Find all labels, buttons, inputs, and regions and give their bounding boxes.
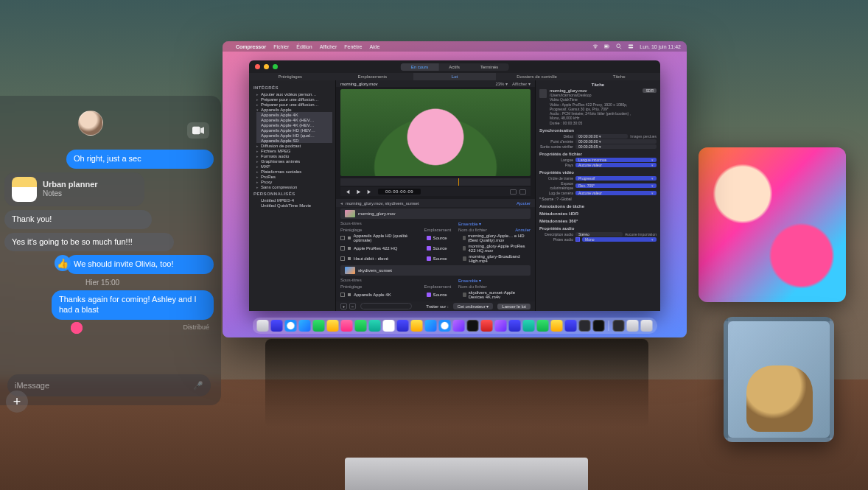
subtab-presets[interactable]: Préréglages: [249, 73, 332, 80]
new-message-button[interactable]: +: [6, 391, 28, 413]
dropdown[interactable]: Stéréo: [575, 232, 623, 237]
sidebar-item[interactable]: Appareils Apple 4K (HEV…: [256, 122, 332, 127]
dropdown[interactable]: Rec. 709*▾: [575, 183, 657, 188]
prev-frame-icon[interactable]: [345, 189, 350, 195]
dock-app[interactable]: [271, 320, 283, 332]
sidebar-item[interactable]: Fichiers MPEG: [256, 148, 332, 153]
preview-viewport[interactable]: [340, 89, 531, 176]
scope-mode-icon[interactable]: [519, 189, 526, 195]
sidebar-item[interactable]: Ajouter aux vidéos person…: [256, 91, 332, 97]
dock-app-pages[interactable]: [565, 320, 577, 332]
sidebar-item[interactable]: Diffusion de podcast: [256, 143, 332, 148]
subtab-task[interactable]: Tâche: [578, 73, 660, 80]
batch-add-link[interactable]: Ajouter: [517, 201, 531, 206]
batch-job-row[interactable]: Appareils Apple HD (qualité optimale) So…: [336, 233, 535, 243]
dock-app-numbers[interactable]: [537, 320, 549, 332]
batch-job-row[interactable]: Haut débit - élevé Source morning_glory-…: [336, 253, 535, 264]
batch-job-row[interactable]: Apple ProRes 422 HQ Source morning_glory…: [336, 243, 535, 253]
batch-crumb[interactable]: morning_glory.mov, skydivers_sunset: [346, 201, 419, 206]
timeline[interactable]: [340, 178, 531, 186]
subtab-locations[interactable]: Emplacements: [332, 73, 414, 80]
minimize-button[interactable]: [264, 64, 269, 69]
menu-item[interactable]: Fenêtre: [344, 44, 362, 49]
dock-app-facetime[interactable]: [355, 320, 367, 332]
dock[interactable]: [253, 318, 657, 334]
dictation-icon[interactable]: 🎤: [193, 381, 203, 391]
messages-window[interactable]: Oh right, just a sec Urban planner Notes…: [0, 96, 221, 405]
dock-app-compressor[interactable]: [593, 320, 605, 332]
sidebar-item[interactable]: Appareils Apple 4K: [256, 112, 332, 117]
sidebar-item[interactable]: Graphismes animés: [256, 158, 332, 164]
sidebar-item[interactable]: Formats audio: [256, 153, 332, 158]
zoom-button[interactable]: [273, 64, 278, 69]
dock-app-music[interactable]: [481, 320, 493, 332]
start-batch-button[interactable]: Lancer le lot: [497, 304, 531, 309]
compressor-window[interactable]: En cours Actifs Terminés Préréglages Emp…: [249, 60, 660, 311]
sidebar-item[interactable]: ProRes: [256, 174, 332, 179]
remove-job-button[interactable]: −: [349, 303, 356, 309]
dock-app-finder[interactable]: [257, 320, 269, 332]
timecode[interactable]: 00:00:00:09: [378, 189, 421, 195]
sidebar-item[interactable]: Appareils Apple: [256, 107, 332, 112]
playhead[interactable]: [458, 178, 459, 186]
search-icon[interactable]: [616, 43, 622, 49]
thumbs-up-reaction[interactable]: 👍: [55, 255, 71, 271]
menu-item[interactable]: Édition: [296, 44, 312, 49]
dropdown[interactable]: Aucune valeur▾: [575, 163, 657, 167]
process-target-dropdown[interactable]: Cet ordinateur ▾: [453, 303, 494, 309]
batch-job-row[interactable]: Appareils Apple 4K Source skydivers_suns…: [336, 290, 535, 300]
dock-app-keynote[interactable]: [551, 320, 563, 332]
dropdown[interactable]: Progressif▾: [575, 176, 657, 181]
secondary-tabs[interactable]: Préréglages Emplacements Lot Dossiers de…: [249, 73, 660, 80]
dock-app[interactable]: [453, 320, 465, 332]
menu-item[interactable]: Aide: [369, 44, 379, 49]
subtab-batch[interactable]: Lot: [413, 73, 496, 80]
dropdown[interactable]: Mono▾: [582, 237, 657, 242]
compare-mode-icon[interactable]: [510, 189, 517, 195]
sidebar-item[interactable]: Sans compression: [256, 184, 332, 189]
dock-app[interactable]: [369, 320, 381, 332]
checkbox[interactable]: [575, 237, 580, 242]
tc-field[interactable]: 00:00:00:00 ▾: [575, 134, 628, 139]
mac-virtual-display[interactable]: Compressor Fichier Édition Afficher Fenê…: [223, 41, 687, 337]
menu-item[interactable]: Fichier: [273, 44, 289, 49]
sidebar-item[interactable]: Untitled MPEG-4: [256, 197, 332, 203]
sent-bubble[interactable]: We should invite Olivia, too!: [66, 255, 214, 274]
received-bubble[interactable]: Thank you!: [4, 210, 152, 229]
primary-tabs[interactable]: En cours Actifs Terminés: [401, 63, 509, 71]
tc-field[interactable]: 00:00:29:05 ▾: [575, 144, 657, 149]
cancel-link[interactable]: Annuler: [515, 228, 531, 232]
tc-field[interactable]: 00:00:00:00 ▾: [575, 139, 657, 144]
dock-app[interactable]: [613, 320, 625, 332]
dock-app[interactable]: [439, 320, 451, 332]
app-menu[interactable]: Compressor: [236, 44, 266, 49]
notes-attachment[interactable]: Urban planner Notes: [4, 172, 144, 206]
contact-avatar[interactable]: [78, 111, 103, 136]
menu-item[interactable]: Afficher: [320, 44, 337, 49]
sidebar-item[interactable]: MXF: [256, 164, 332, 169]
batch-clip[interactable]: morning_glory.mov: [340, 209, 531, 219]
dropdown[interactable]: Langue inconnue▾: [575, 158, 657, 162]
sent-bubble[interactable]: Thanks again for coming! Ashley and I ha…: [52, 290, 214, 320]
control-center-icon[interactable]: [628, 43, 634, 49]
inspector-pane[interactable]: Tâche morning_glory.mov /Users/tcarmona/…: [535, 80, 660, 311]
compose-field[interactable]: iMessage 🎤: [7, 374, 211, 396]
dropdown[interactable]: Aucune valeur▾: [575, 191, 657, 195]
dock-app[interactable]: [341, 320, 353, 332]
dock-app[interactable]: [397, 320, 409, 332]
subtab-watch[interactable]: Dossiers de contrôle: [496, 73, 578, 80]
batch-search[interactable]: [360, 303, 412, 309]
play-icon[interactable]: [356, 189, 361, 195]
next-frame-icon[interactable]: [367, 189, 372, 195]
battery-icon[interactable]: [604, 43, 610, 49]
sidebar-item[interactable]: Plateformes sociales: [256, 169, 332, 174]
menu-clock[interactable]: Lun. 10 juin 11:42: [640, 44, 681, 49]
sidebar-item[interactable]: Appareils Apple HD (HEV…: [256, 127, 332, 133]
dock-app-calendar[interactable]: [383, 320, 395, 332]
dock-app-mail[interactable]: [299, 320, 311, 332]
facetime-button[interactable]: [187, 122, 209, 139]
tab-current[interactable]: En cours: [401, 63, 439, 71]
dock-app-safari[interactable]: [285, 320, 297, 332]
wifi-icon[interactable]: [592, 43, 598, 49]
dock-app-appstore[interactable]: [509, 320, 521, 332]
